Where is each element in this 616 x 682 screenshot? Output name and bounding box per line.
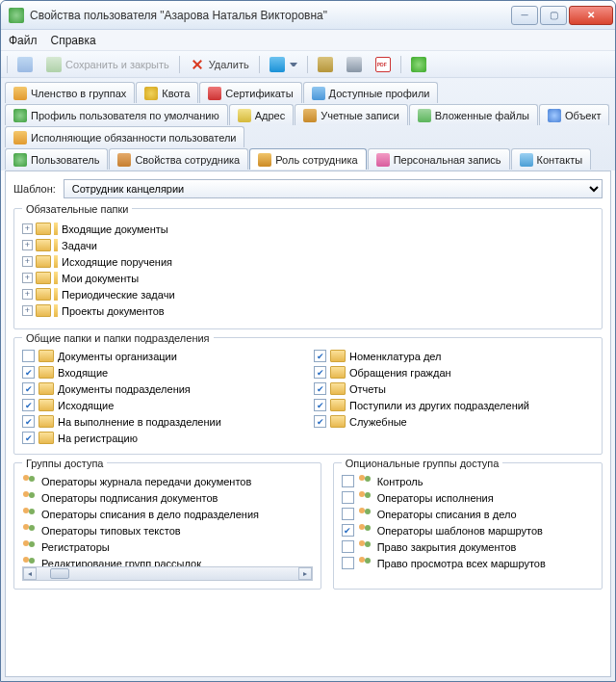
delete-button[interactable]: Удалить <box>186 54 253 75</box>
tree-node[interactable]: +Мои документы <box>22 270 594 286</box>
checkbox[interactable] <box>22 350 35 362</box>
optional-group-item[interactable]: Операторы исполнения <box>342 489 594 506</box>
tab-address[interactable]: Адрес <box>229 104 295 125</box>
tree-node[interactable]: +Исходящие поручения <box>22 253 594 270</box>
template-label: Шаблон: <box>13 183 56 195</box>
checkbox[interactable] <box>22 366 35 379</box>
object-icon <box>548 109 561 122</box>
checkbox[interactable] <box>342 557 354 569</box>
tab-user[interactable]: Пользователь <box>5 148 108 170</box>
access-group-item[interactable]: Операторы типовых текстов <box>22 522 313 538</box>
maximize-button[interactable]: ▢ <box>540 6 567 25</box>
scroll-right-button[interactable]: ▸ <box>298 567 312 580</box>
folder-icon <box>38 382 54 395</box>
expand-icon[interactable]: + <box>22 223 33 234</box>
tree-node[interactable]: +Задачи <box>22 237 594 253</box>
actions-dropdown[interactable] <box>266 54 301 75</box>
tab-membership[interactable]: Членство в группах <box>5 82 135 103</box>
folder-checkbox-item[interactable]: Обращения граждан <box>314 364 594 380</box>
optional-group-item[interactable]: Контроль <box>342 473 594 489</box>
checkbox[interactable] <box>314 350 326 362</box>
optional-group-item[interactable]: Операторы шаблонов маршрутов <box>342 522 594 538</box>
optional-group-item[interactable]: Операторы списания в дело <box>342 506 594 522</box>
tab-employee-role[interactable]: Роль сотрудника <box>249 148 366 170</box>
attach-button[interactable] <box>314 54 337 75</box>
optional-group-item[interactable]: Право закрытия документов <box>342 538 594 555</box>
folder-icon <box>330 382 346 395</box>
folder-checkbox-item[interactable]: Документы подразделения <box>22 380 302 397</box>
folder-icon <box>36 223 51 235</box>
tab-employee-props[interactable]: Свойства сотрудника <box>109 148 248 170</box>
print-button[interactable] <box>343 54 366 75</box>
expand-icon[interactable]: + <box>22 289 33 300</box>
folder-checkbox-item[interactable]: Исходящие <box>22 397 302 413</box>
save-button[interactable] <box>13 54 37 75</box>
folder-checkbox-item[interactable]: Документы организации <box>22 348 302 364</box>
minimize-button[interactable]: ─ <box>511 6 538 25</box>
checkbox[interactable] <box>22 432 35 444</box>
checkbox[interactable] <box>342 540 354 553</box>
checkbox[interactable] <box>22 382 35 395</box>
tab-object[interactable]: Объект <box>539 104 609 125</box>
tab-row-2: Профиль пользователя по умолчанию Адрес … <box>5 104 611 125</box>
checkbox[interactable] <box>314 415 326 428</box>
access-group-item[interactable]: Регистраторы <box>22 538 313 555</box>
horizontal-scrollbar[interactable]: ◂ ▸ <box>22 566 313 581</box>
chevron-down-icon <box>290 61 297 68</box>
folder-icon <box>38 399 54 411</box>
scroll-thumb[interactable] <box>50 568 69 579</box>
expand-icon[interactable]: + <box>22 256 33 267</box>
access-group-item[interactable]: Операторы подписания документов <box>22 489 313 506</box>
folder-checkbox-item[interactable]: На регистрацию <box>22 430 302 446</box>
checkbox[interactable] <box>314 399 326 411</box>
checkbox[interactable] <box>22 415 35 428</box>
access-group-item[interactable]: Операторы журнала передачи документов <box>22 473 313 489</box>
folder-checkbox-item[interactable]: На выполнение в подразделении <box>22 413 302 430</box>
tab-certificates[interactable]: Сертификаты <box>199 82 301 103</box>
checkbox[interactable] <box>314 366 326 379</box>
folder-checkbox-item[interactable]: Входящие <box>22 364 302 380</box>
tab-default-profile[interactable]: Профиль пользователя по умолчанию <box>5 104 228 125</box>
save-close-icon <box>46 57 62 72</box>
tree-node[interactable]: +Периодические задачи <box>22 286 594 302</box>
titlebar[interactable]: Свойства пользователя "Азарова Наталья В… <box>1 1 615 30</box>
tab-attachments[interactable]: Вложенные файлы <box>409 104 538 125</box>
checkbox[interactable] <box>342 475 354 487</box>
tab-deputies[interactable]: Исполняющие обязанности пользователи <box>5 126 244 147</box>
checkbox[interactable] <box>22 399 35 411</box>
expand-icon[interactable]: + <box>22 240 33 250</box>
pdf-button[interactable] <box>372 54 395 75</box>
save-icon <box>17 57 33 72</box>
optional-group-item[interactable]: Право просмотра всех маршрутов <box>342 555 594 571</box>
folder-checkbox-item[interactable]: Номенклатура дел <box>314 348 594 364</box>
window-buttons: ─ ▢ ✕ <box>511 6 613 25</box>
folder-checkbox-item[interactable]: Служебные <box>314 413 594 430</box>
item-label: Регистраторы <box>41 541 110 553</box>
tab-accounts[interactable]: Учетные записи <box>295 104 408 125</box>
folder-checkbox-item[interactable]: Отчеты <box>314 380 594 397</box>
expand-icon[interactable]: + <box>22 305 33 316</box>
deputies-icon <box>13 131 27 144</box>
tab-contacts[interactable]: Контакты <box>511 148 592 170</box>
checkbox[interactable] <box>342 508 354 520</box>
template-row: Шаблон: Сотрудник канцелярии <box>13 179 603 198</box>
tree-node[interactable]: +Проекты документов <box>22 302 594 319</box>
tab-quota[interactable]: Квота <box>136 82 198 103</box>
menu-help[interactable]: Справка <box>51 34 96 47</box>
tree-node[interactable]: +Входящие документы <box>22 221 594 237</box>
checkbox[interactable] <box>342 491 354 504</box>
access-group-item[interactable]: Операторы списания в дело подразделения <box>22 506 313 522</box>
checkbox[interactable] <box>314 382 326 395</box>
tab-profiles[interactable]: Доступные профили <box>303 82 439 103</box>
menu-file[interactable]: Файл <box>9 34 38 47</box>
close-button[interactable]: ✕ <box>569 6 613 25</box>
folder-checkbox-item[interactable]: Поступили из других подразделений <box>314 397 594 413</box>
checkbox[interactable] <box>342 524 354 537</box>
save-and-close-button[interactable]: Сохранить и закрыть <box>42 54 173 75</box>
template-select[interactable]: Сотрудник канцелярии <box>64 179 603 198</box>
scroll-left-button[interactable]: ◂ <box>23 567 37 580</box>
refresh-button[interactable] <box>407 54 430 75</box>
tab-personal-record[interactable]: Персональная запись <box>368 148 510 170</box>
toolbar: Сохранить и закрыть Удалить <box>1 51 615 78</box>
expand-icon[interactable]: + <box>22 273 33 283</box>
